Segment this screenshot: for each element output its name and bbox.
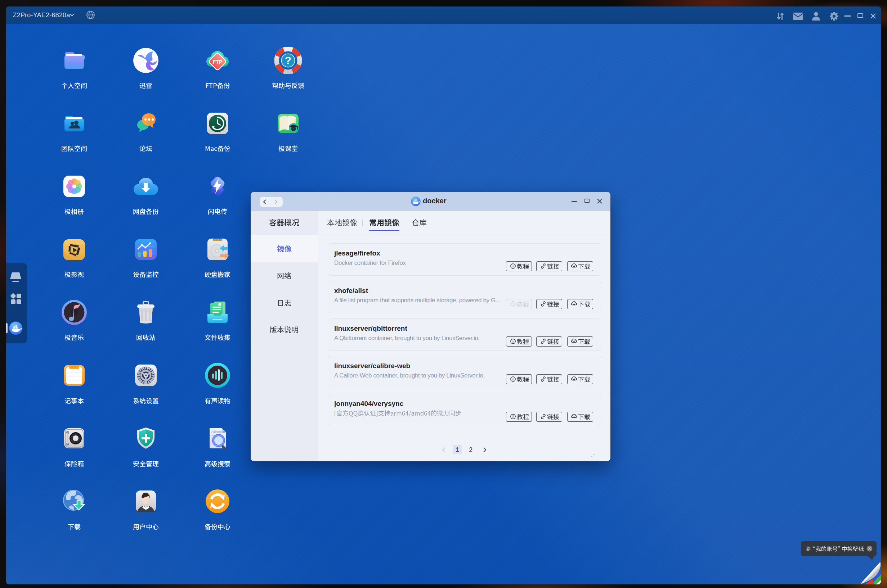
svg-text:?: ?	[285, 54, 291, 66]
svg-text:Advanced: Advanced	[211, 430, 225, 434]
svg-text:FTP: FTP	[213, 59, 222, 65]
